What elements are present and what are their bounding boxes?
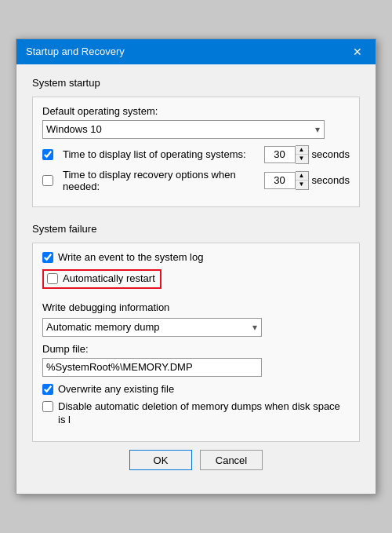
disable-auto-delete-label: Disable automatic deletion of memory dum… (58, 400, 350, 427)
debug-type-select[interactable]: Automatic memory dump (42, 318, 262, 337)
system-startup-section: Default operating system: Windows 10 Tim… (32, 97, 360, 207)
time-display-os-checkbox[interactable] (42, 149, 53, 160)
write-event-row: Write an event to the system log (42, 251, 350, 265)
cancel-button[interactable]: Cancel (200, 450, 263, 470)
disable-auto-delete-checkbox[interactable] (42, 401, 53, 412)
time-recovery-checkbox[interactable] (42, 175, 53, 186)
dump-file-label: Dump file: (42, 343, 350, 355)
time-display-os-spin-buttons: ▲ ▼ (296, 145, 309, 164)
auto-restart-checkbox[interactable] (47, 273, 58, 284)
time-display-os-input[interactable] (264, 146, 296, 163)
system-failure-section: Write an event to the system log Automat… (32, 243, 360, 442)
overwrite-row: Overwrite any existing file (42, 383, 350, 396)
startup-recovery-dialog: Startup and Recovery ✕ System startup De… (16, 38, 376, 495)
auto-restart-container: Automatically restart (42, 269, 162, 289)
time-display-os-spinbox: ▲ ▼ (264, 145, 309, 164)
time-display-os-unit: seconds (312, 148, 350, 160)
default-os-select[interactable]: Windows 10 (42, 120, 325, 139)
time-recovery-input[interactable] (264, 172, 296, 189)
time-recovery-up-button[interactable]: ▲ (296, 172, 308, 181)
debug-type-select-wrapper[interactable]: Automatic memory dump (42, 318, 262, 337)
dump-file-input-row (42, 358, 350, 377)
default-os-row: Windows 10 (42, 120, 350, 139)
disable-auto-delete-row: Disable automatic deletion of memory dum… (42, 400, 350, 427)
system-startup-label: System startup (32, 77, 360, 89)
write-debug-label: Write debugging information (42, 301, 350, 313)
dialog-title: Startup and Recovery (26, 46, 125, 57)
time-display-os-up-button[interactable]: ▲ (296, 146, 308, 155)
overwrite-checkbox[interactable] (42, 384, 53, 395)
ok-button[interactable]: OK (129, 450, 192, 470)
debug-type-row: Automatic memory dump (42, 318, 350, 337)
default-os-label: Default operating system: (42, 105, 350, 117)
time-recovery-spinbox: ▲ ▼ (264, 171, 309, 190)
time-recovery-row: Time to display recovery options when ne… (42, 169, 350, 192)
dialog-content: System startup Default operating system:… (16, 64, 376, 494)
write-event-label: Write an event to the system log (58, 251, 203, 265)
write-event-checkbox[interactable] (42, 252, 53, 263)
auto-restart-label: Automatically restart (63, 272, 155, 286)
default-os-select-wrapper[interactable]: Windows 10 (42, 120, 325, 139)
time-recovery-unit: seconds (312, 174, 350, 186)
close-button[interactable]: ✕ (349, 43, 366, 60)
time-display-os-checkbox-row (42, 148, 58, 160)
time-display-os-row: Time to display list of operating system… (42, 145, 350, 164)
auto-restart-highlighted: Automatically restart (42, 269, 162, 289)
overwrite-label: Overwrite any existing file (58, 383, 174, 396)
time-recovery-checkbox-row (42, 174, 58, 186)
system-failure-label: System failure (32, 223, 360, 235)
title-bar: Startup and Recovery ✕ (16, 39, 376, 64)
time-display-os-label: Time to display list of operating system… (63, 148, 264, 160)
time-recovery-down-button[interactable]: ▼ (296, 181, 308, 189)
time-recovery-spin-buttons: ▲ ▼ (296, 171, 309, 190)
button-row: OK Cancel (32, 442, 360, 481)
time-recovery-label: Time to display recovery options when ne… (63, 169, 264, 192)
time-display-os-down-button[interactable]: ▼ (296, 155, 308, 163)
dump-file-input[interactable] (42, 358, 262, 377)
